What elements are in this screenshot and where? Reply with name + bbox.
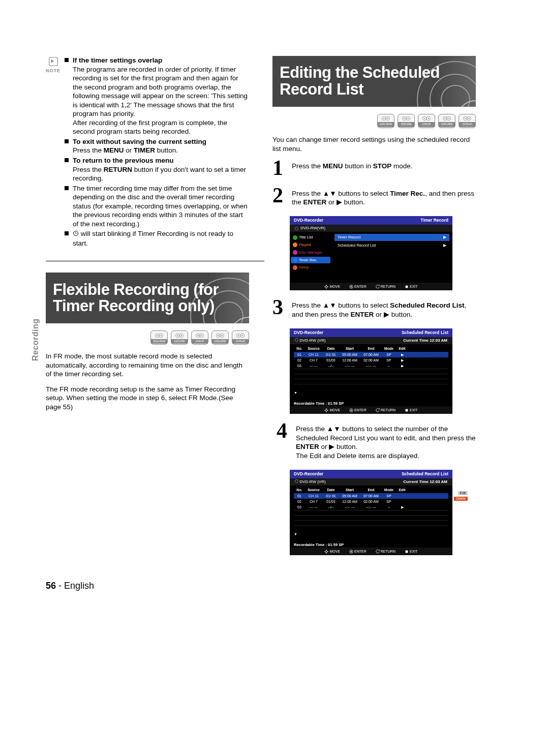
osd3-footer: MOVE ENTER RETURN EXIT: [290, 548, 452, 555]
svg-point-31: [383, 118, 384, 119]
step-1-num: 1: [272, 159, 288, 177]
step-3-text: Press the ▲▼ buttons to select Scheduled…: [292, 298, 476, 319]
disc-dvd-rw-2: DVD-RW: [398, 114, 415, 128]
note-label: NOTE: [46, 68, 60, 74]
flexible-p1: In FR mode, the most suitable record mod…: [46, 352, 249, 379]
osd3-row-2[interactable]: 02CH 701/0312:00 AM02:00 AMSP: [294, 499, 448, 504]
osd2-header: DVD-RecorderScheduled Record List: [290, 328, 452, 337]
right-column: Editing the Scheduled Record List DVD-RA…: [272, 56, 476, 563]
osd3-sub: DVD-RW (VR)Current Time 12:03 AM: [290, 478, 452, 486]
flexible-p2: The FR mode recording setup is the same …: [46, 385, 249, 412]
page-lang: English: [64, 581, 94, 591]
svg-rect-52: [406, 286, 408, 288]
svg-rect-55: [406, 409, 408, 412]
page: Recording NOTE If the timer settings ove…: [46, 56, 503, 563]
osd2-rectime: Recordable Time : 01:59 SP: [290, 399, 452, 406]
osd1-sub: DVD-RW(VR): [290, 225, 452, 232]
svg-point-29: [456, 101, 476, 107]
disc-dvd-rw: DVD-RW: [171, 330, 188, 345]
divider: [46, 261, 264, 261]
step-2-num: 2: [272, 187, 288, 205]
disc-dvd-ram: DVD-RAM: [150, 330, 168, 345]
svg-point-21: [222, 335, 223, 336]
svg-point-35: [404, 118, 405, 119]
svg-point-41: [428, 118, 429, 119]
osd2-row-3[interactable]: 03--- -----/----:-- -----:-- -----▶: [294, 363, 448, 369]
step-2-text: Press the ▲▼ buttons to select Timer Rec…: [292, 187, 476, 207]
svg-rect-58: [406, 551, 408, 553]
disc-icon: [295, 479, 298, 483]
osd1-row-timerrecord[interactable]: Timer Record▶: [334, 234, 449, 241]
svg-point-17: [201, 335, 202, 336]
osd3-popup-edit[interactable]: Edit: [458, 491, 468, 495]
svg-point-9: [161, 335, 162, 336]
svg-point-25: [242, 335, 243, 336]
osd1-footer: MOVE ENTER RETURN EXIT: [290, 283, 452, 290]
osd2-footer: MOVE ENTER RETURN EXIT: [290, 406, 452, 414]
disc-row-flexible: DVD-RAM DVD-RW DVD-R DVD+RW DVD+R: [46, 330, 249, 345]
osd1-header: DVD-RecorderTimer Record: [290, 216, 452, 225]
left-column: NOTE If the timer settings overlapThe pr…: [46, 56, 249, 563]
disc-dvd-prw: DVD+RW: [211, 330, 229, 345]
clock-icon: [73, 230, 79, 239]
osd3-row-3[interactable]: 03--- -----/----:-- -----:-- -----▶: [294, 504, 448, 510]
svg-point-47: [465, 118, 466, 119]
osd1-menu-timerrec[interactable]: Timer Rec.: [291, 257, 330, 264]
disc-dvd-pr: DVD+R: [232, 330, 249, 345]
svg-point-37: [408, 118, 409, 119]
osd-timer-record: DVD-RecorderTimer Record DVD-RW(VR) Titl…: [290, 216, 452, 291]
osd1-row-scheduled[interactable]: Scheduled Record List▶: [334, 242, 449, 249]
svg-point-11: [177, 335, 178, 336]
step-1-text: Press the MENU button in STOP mode.: [292, 159, 413, 171]
osd1-content: Timer Record▶ Scheduled Record List▶: [331, 232, 452, 283]
editing-title: Editing the Scheduled Record List: [280, 65, 469, 98]
section-banner-editing: Editing the Scheduled Record List: [272, 56, 476, 107]
section-banner-flexible: Flexible Recording (for Timer Recording …: [46, 273, 249, 323]
osd3-header: DVD-RecorderScheduled Record List: [290, 470, 452, 478]
svg-point-43: [444, 118, 445, 119]
page-number: 56: [46, 581, 56, 591]
osd-scheduled-edit: DVD-RecorderScheduled Record List DVD-RW…: [290, 470, 452, 556]
step-4: 4 Press the ▲▼ buttons to select the num…: [272, 422, 476, 460]
flexible-title: Flexible Recording (for Timer Recording …: [53, 282, 242, 315]
disc-dvd-pr-2: DVD+R: [459, 114, 476, 128]
osd2-row-2[interactable]: 02CH 701/0312:00 AM02:00 AMSP▶: [294, 357, 448, 363]
svg-point-49: [469, 118, 470, 119]
step-3-num: 3: [272, 298, 288, 317]
osd3-table: No.SourceDateStartEndModeEdit 01CH 1101/…: [290, 486, 452, 540]
svg-point-39: [424, 118, 425, 119]
svg-point-7: [157, 335, 158, 336]
svg-rect-0: [49, 57, 57, 66]
osd3-row-1[interactable]: 01CH 1101/ 0105:00 AM07:00 AMSP: [294, 493, 448, 499]
disc-dvd-r: DVD-R: [191, 330, 208, 345]
osd2-table: No.SourceDateStartEndModeEdit 01CH 1101/…: [290, 344, 452, 399]
disc-dvd-prw-2: DVD+RW: [438, 114, 455, 128]
svg-point-51: [351, 286, 352, 287]
osd1-menu-titlelist[interactable]: Title List: [291, 234, 330, 241]
svg-point-57: [351, 551, 352, 552]
svg-point-45: [448, 118, 449, 119]
svg-point-15: [197, 335, 198, 336]
svg-point-13: [181, 335, 182, 336]
disc-icon: [295, 227, 298, 230]
osd2-row-1[interactable]: 01CH 1101/ 0105:00 AM07:00 AMSP▶: [294, 352, 448, 357]
note-list: If the timer settings overlapThe program…: [65, 56, 249, 249]
osd3-popup-delete[interactable]: Delete: [454, 497, 468, 501]
disc-icon: [295, 338, 298, 342]
editing-intro: You can change timer record settings usi…: [272, 135, 476, 153]
osd2-sub: DVD-RW (VR)Current Time 12:03 AM: [290, 337, 452, 344]
disc-dvd-ram-2: DVD-RAM: [377, 114, 394, 128]
osd1-menu-setup[interactable]: Setup: [291, 264, 330, 271]
step-4-text: Press the ▲▼ buttons to select the numbe…: [296, 422, 476, 460]
osd1-menu-discmgr[interactable]: Disc Manager: [291, 249, 330, 256]
osd3-rectime: Recordable Time : 01:59 SP: [290, 540, 452, 548]
note-block: NOTE If the timer settings overlapThe pr…: [46, 56, 249, 249]
disc-dvd-r-2: DVD-R: [418, 114, 435, 128]
svg-point-5: [230, 317, 249, 323]
section-side-tab: Recording: [30, 318, 41, 361]
osd1-menu-playlist[interactable]: Playlist: [291, 241, 330, 249]
note-icon: NOTE: [46, 56, 60, 74]
osd1-menu: Title List Playlist Disc Manager Timer R…: [290, 232, 331, 283]
svg-point-23: [238, 335, 239, 336]
step-3: 3 Press the ▲▼ buttons to select Schedul…: [272, 298, 476, 319]
